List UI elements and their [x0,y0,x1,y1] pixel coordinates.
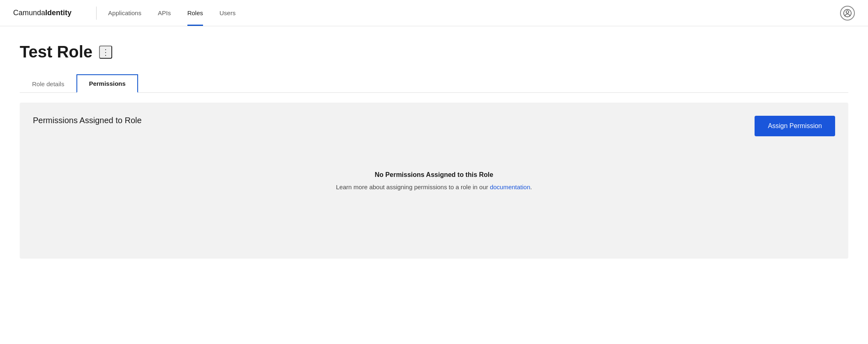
permissions-panel-title: Permissions Assigned to Role [33,116,835,125]
empty-state: No Permissions Assigned to this Role Lea… [33,138,835,207]
tab-permissions[interactable]: Permissions [76,74,138,93]
logo-text: Camunda [13,9,45,17]
empty-state-desc-before-link: Learn more about assigning permissions t… [336,183,490,190]
empty-state-desc-after-link: . [530,183,532,190]
logo-bold: Identity [45,9,72,17]
main-content: Test Role ⋮ Role details Permissions Per… [0,26,868,259]
page-title: Test Role [20,43,92,61]
tab-role-details[interactable]: Role details [20,74,76,93]
nav-item-apis[interactable]: APIs [158,0,171,26]
tabs-container: Role details Permissions [20,74,848,93]
page-title-row: Test Role ⋮ [20,43,848,61]
empty-state-description: Learn more about assigning permissions t… [336,183,532,190]
documentation-link[interactable]: documentation [490,183,530,190]
empty-state-title: No Permissions Assigned to this Role [375,171,493,179]
svg-point-1 [846,11,849,13]
header: Camunda Identity Applications APIs Roles… [0,0,868,26]
user-avatar-button[interactable] [840,6,855,21]
nav-item-roles[interactable]: Roles [187,0,203,26]
permissions-panel: Permissions Assigned to Role Assign Perm… [20,103,848,259]
more-menu-button[interactable]: ⋮ [99,46,112,59]
nav-item-applications[interactable]: Applications [108,0,141,26]
logo-divider [96,7,97,20]
logo: Camunda Identity [13,9,72,17]
assign-permission-button[interactable]: Assign Permission [755,116,835,136]
nav-item-users[interactable]: Users [219,0,235,26]
header-right [840,6,855,21]
main-nav: Applications APIs Roles Users [108,0,235,26]
